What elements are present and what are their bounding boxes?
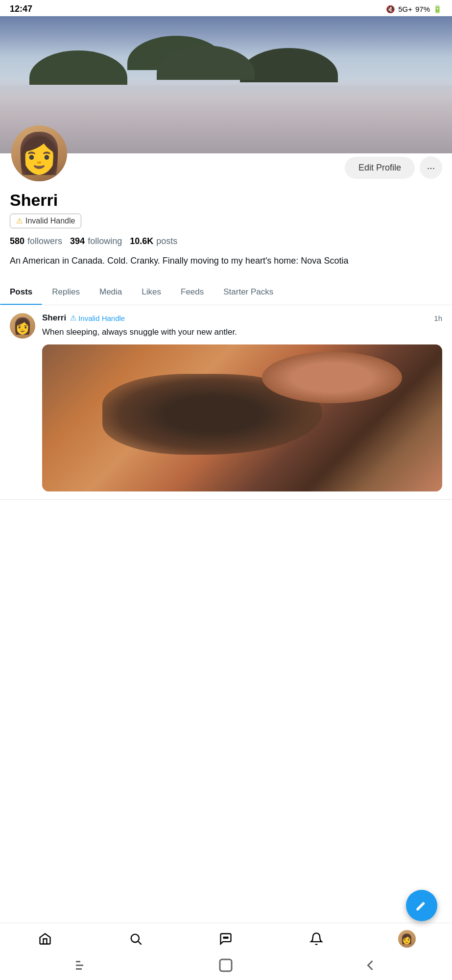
tab-feeds[interactable]: Feeds <box>171 279 214 305</box>
profile-name: Sherri <box>10 191 442 210</box>
post-text: When sleeping, always snuggle with your … <box>42 326 442 339</box>
svg-rect-8 <box>220 959 232 971</box>
status-icons: 🔇 5G+ 97% 🔋 <box>386 5 442 14</box>
home-icon <box>38 932 52 946</box>
home-sys-icon <box>217 956 235 974</box>
handle-text: Invalid Handle <box>25 217 75 225</box>
svg-point-0 <box>131 934 139 942</box>
tab-likes[interactable]: Likes <box>132 279 171 305</box>
edit-profile-button[interactable]: Edit Profile <box>345 157 415 179</box>
stats-row: 580 followers 394 following 10.6K posts <box>10 236 442 246</box>
signal-text: 5G+ <box>398 5 412 13</box>
post-time: 1h <box>434 314 442 322</box>
post-header: Sherri ⚠ Invalid Handle 1h <box>42 313 442 323</box>
post-avatar-image: 👩 <box>10 313 35 339</box>
post-avatar: 👩 <box>10 313 35 339</box>
nav-search[interactable] <box>123 928 148 950</box>
following-count: 394 <box>70 236 85 246</box>
following-label[interactable]: following <box>88 236 122 246</box>
dog-image-content <box>42 344 442 491</box>
followers-label[interactable]: followers <box>27 236 62 246</box>
avatar-image <box>11 125 67 181</box>
battery-text: 97% <box>415 5 430 13</box>
battery-icon: 🔋 <box>433 5 442 14</box>
post-handle-warning: ⚠ <box>70 314 76 322</box>
nav-home[interactable] <box>32 928 58 950</box>
svg-point-3 <box>225 937 226 938</box>
back-button[interactable] <box>361 956 379 974</box>
avatar <box>10 124 69 183</box>
post-item: 👩 Sherri ⚠ Invalid Handle 1h When sleepi… <box>0 305 452 500</box>
profile-actions: Edit Profile ··· <box>345 156 442 179</box>
more-options-button[interactable]: ··· <box>420 156 442 179</box>
nav-messages[interactable] <box>213 928 238 950</box>
home-sys-button[interactable] <box>217 956 235 974</box>
nav-notifications[interactable] <box>304 928 329 950</box>
tab-replies[interactable]: Replies <box>42 279 90 305</box>
messages-icon <box>219 932 233 946</box>
back-icon <box>361 956 379 974</box>
cover-photo <box>0 16 452 153</box>
status-time: 12:47 <box>10 4 32 14</box>
compose-button[interactable] <box>406 890 437 921</box>
bottom-nav: 👩 <box>0 923 452 980</box>
system-nav <box>0 953 452 980</box>
bottom-nav-items: 👩 <box>0 923 452 953</box>
search-icon <box>129 932 143 946</box>
notifications-icon <box>309 932 323 946</box>
followers-count: 580 <box>10 236 24 246</box>
tabs-container: Posts Replies Media Likes Feeds Starter … <box>0 279 452 305</box>
post-content: Sherri ⚠ Invalid Handle 1h When sleeping… <box>42 313 442 491</box>
svg-point-4 <box>227 937 228 938</box>
nav-avatar: 👩 <box>398 930 416 948</box>
svg-point-2 <box>224 937 225 938</box>
svg-line-1 <box>138 941 141 944</box>
status-bar: 12:47 🔇 5G+ 97% 🔋 <box>0 0 452 16</box>
post-handle-badge: ⚠ Invalid Handle <box>70 314 125 322</box>
posts-label: posts <box>156 236 177 246</box>
post-image <box>42 344 442 491</box>
tab-media[interactable]: Media <box>90 279 132 305</box>
tab-posts[interactable]: Posts <box>0 279 42 305</box>
bio-text: An American in Canada. Cold. Cranky. Fin… <box>10 254 442 268</box>
recents-button[interactable] <box>73 956 91 974</box>
recents-icon <box>73 956 91 974</box>
post-author: Sherri <box>42 313 66 323</box>
mute-icon: 🔇 <box>386 5 395 14</box>
tab-starter-packs[interactable]: Starter Packs <box>214 279 283 305</box>
handle-warning-icon: ⚠ <box>16 217 23 225</box>
handle-badge: ⚠ Invalid Handle <box>10 214 81 228</box>
post-handle-text: Invalid Handle <box>78 314 125 322</box>
posts-count: 10.6K <box>130 236 153 246</box>
nav-profile[interactable]: 👩 <box>394 928 420 950</box>
compose-icon <box>415 899 428 912</box>
